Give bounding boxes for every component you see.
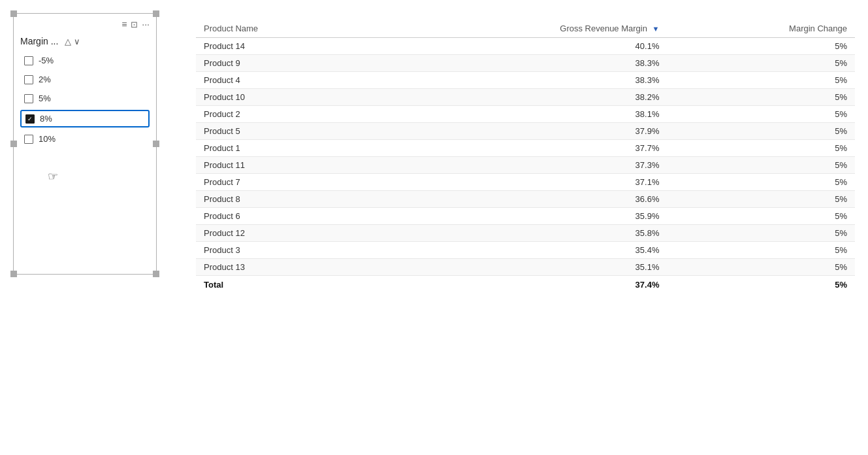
cell-margin-change: 5% [667,157,855,174]
filter-item-2[interactable]: 2% [20,72,150,87]
cell-margin-change: 5% [667,140,855,157]
filter-sort-icons: △ ∨ [65,37,80,46]
resize-handle-tr[interactable] [153,10,159,17]
table-row: Product 5 37.9% 5% [196,123,855,140]
table-row: Product 4 38.3% 5% [196,72,855,89]
cell-gross-margin: 35.4% [374,242,667,259]
cell-gross-margin: 38.3% [374,72,667,89]
filter-label-5: 5% [39,93,51,103]
cell-margin-change: 5% [667,123,855,140]
cell-product-name: Product 13 [196,259,374,276]
more-icon[interactable]: ··· [142,19,150,29]
cell-gross-margin: 36.6% [374,191,667,208]
cell-gross-margin: 35.8% [374,225,667,242]
cell-product-name: Product 1 [196,140,374,157]
lines-icon[interactable]: ≡ [121,19,127,29]
cursor-pointer-icon: ☞ [48,169,58,184]
cell-product-name: Product 5 [196,123,374,140]
cell-margin-change: 5% [667,72,855,89]
col-header-product-name: Product Name [196,20,374,38]
table-row: Product 14 40.1% 5% [196,38,855,55]
cell-product-name: Product 8 [196,191,374,208]
sort-desc-icon[interactable]: ∨ [74,37,80,46]
filter-toolbar: ≡ ⊡ ··· [20,19,150,32]
cell-margin-change: 5% [667,55,855,72]
cell-product-name: Product 11 [196,157,374,174]
filter-header: Margin ... △ ∨ [20,36,150,46]
cell-margin-change: 5% [667,225,855,242]
filter-label-10: 10% [39,134,56,144]
cell-gross-margin: 38.3% [374,55,667,72]
filter-items-list: -5% 2% 5% 8% 10% [20,53,150,146]
resize-handle-bl[interactable] [10,271,17,277]
cell-product-name: Product 4 [196,72,374,89]
cell-gross-margin: 37.7% [374,140,667,157]
filter-checkbox-neg5[interactable] [24,56,33,65]
cell-product-name: Product 12 [196,225,374,242]
filter-item-5[interactable]: 5% [20,91,150,106]
table-row: Product 2 38.1% 5% [196,106,855,123]
filter-checkbox-2[interactable] [24,75,33,84]
resize-handle-tl[interactable] [10,10,17,17]
cell-gross-margin: 37.3% [374,157,667,174]
col-header-gross-margin[interactable]: Gross Revenue Margin ▼ [374,20,667,38]
footer-label: Total [196,276,374,294]
data-table: Product Name Gross Revenue Margin ▼ Marg… [196,20,855,294]
resize-handle-br[interactable] [153,271,159,277]
cell-product-name: Product 10 [196,89,374,106]
filter-label-2: 2% [39,75,51,84]
filter-panel: ≡ ⊡ ··· Margin ... △ ∨ -5% 2% 5% 8% [13,13,157,275]
cell-product-name: Product 7 [196,174,374,191]
cell-margin-change: 5% [667,208,855,225]
filter-checkbox-8[interactable] [25,114,35,124]
cell-product-name: Product 14 [196,38,374,55]
resize-handle-mr[interactable] [153,141,159,147]
sort-desc-icon: ▼ [652,25,660,33]
cell-product-name: Product 9 [196,55,374,72]
table-footer-row: Total 37.4% 5% [196,276,855,294]
table-header-row: Product Name Gross Revenue Margin ▼ Marg… [196,20,855,38]
table-row: Product 1 37.7% 5% [196,140,855,157]
cell-product-name: Product 2 [196,106,374,123]
table-row: Product 7 37.1% 5% [196,174,855,191]
filter-checkbox-10[interactable] [24,135,33,144]
table-row: Product 3 35.4% 5% [196,242,855,259]
filter-item-neg5[interactable]: -5% [20,53,150,68]
table-row: Product 12 35.8% 5% [196,225,855,242]
sort-asc-icon[interactable]: △ [65,37,71,46]
cell-margin-change: 5% [667,191,855,208]
filter-label-neg5: -5% [39,56,54,65]
table-row: Product 13 35.1% 5% [196,259,855,276]
table-icon[interactable]: ⊡ [131,20,138,29]
cell-gross-margin: 37.1% [374,174,667,191]
table-row: Product 10 38.2% 5% [196,89,855,106]
table-body: Product 14 40.1% 5% Product 9 38.3% 5% P… [196,38,855,276]
cell-product-name: Product 3 [196,242,374,259]
footer-margin-change: 5% [667,276,855,294]
cell-gross-margin: 35.1% [374,259,667,276]
cell-margin-change: 5% [667,89,855,106]
cell-gross-margin: 35.9% [374,208,667,225]
cell-gross-margin: 38.2% [374,89,667,106]
filter-title: Margin ... [20,36,58,46]
table-row: Product 8 36.6% 5% [196,191,855,208]
cell-gross-margin: 38.1% [374,106,667,123]
cell-margin-change: 5% [667,242,855,259]
filter-label-8: 8% [40,114,52,124]
table-row: Product 6 35.9% 5% [196,208,855,225]
cell-margin-change: 5% [667,106,855,123]
cell-product-name: Product 6 [196,208,374,225]
filter-item-10[interactable]: 10% [20,131,150,146]
filter-item-8[interactable]: 8% [20,110,150,127]
cell-margin-change: 5% [667,174,855,191]
filter-checkbox-5[interactable] [24,94,33,103]
table-row: Product 9 38.3% 5% [196,55,855,72]
cell-gross-margin: 37.9% [374,123,667,140]
col-header-margin-change: Margin Change [667,20,855,38]
resize-handle-ml[interactable] [10,141,17,147]
table-row: Product 11 37.3% 5% [196,157,855,174]
table-section: Product Name Gross Revenue Margin ▼ Marg… [196,13,855,294]
cell-margin-change: 5% [667,38,855,55]
cell-margin-change: 5% [667,259,855,276]
cell-gross-margin: 40.1% [374,38,667,55]
